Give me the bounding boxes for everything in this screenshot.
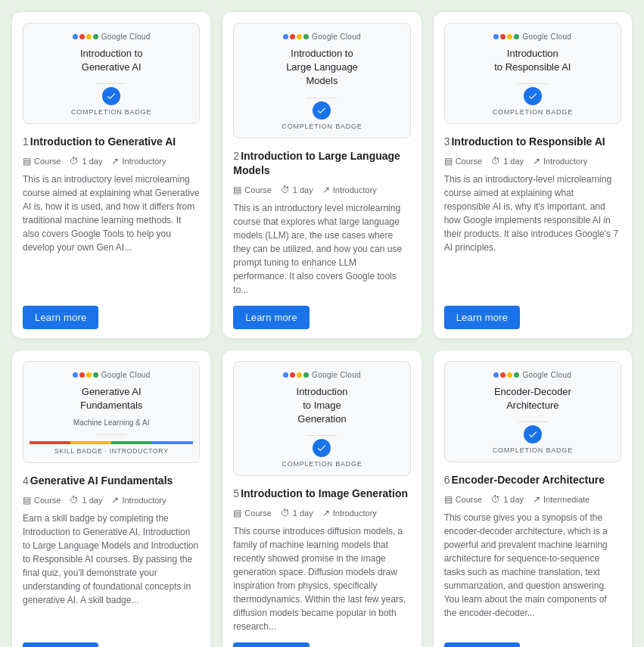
card-number: 6 [444,474,450,486]
card-title: 2Introduction to Large Language Models [233,149,410,179]
learn-more-button[interactable]: Learn More [444,642,520,647]
card-description: This course introduces diffusion models,… [233,524,410,633]
meta-type-label: Course [34,496,61,505]
card-badge: Google Cloud Introductionto Responsible … [444,23,621,124]
card-body: 5Introduction to Image Generation ▤ Cour… [222,484,421,647]
completion-check [313,439,331,457]
google-cloud-logo: Google Cloud [283,371,361,379]
meta-type: ▤ Course [444,156,482,166]
learn-more-button[interactable]: Learn more [23,306,98,329]
completion-check [524,425,542,443]
completion-text: Completion Badge [493,108,573,116]
card-body: 3Introduction to Responsible AI ▤ Course… [434,132,632,337]
meta-duration-label: 1 day [82,496,102,505]
card-meta: ▤ Course ⏱ 1 day ↗ Introductory [233,185,410,195]
course-card-1: Google Cloud Introduction toGenerative A… [12,12,210,338]
level-icon: ↗ [533,156,540,166]
meta-duration: ⏱ 1 day [70,156,102,166]
meta-duration: ⏱ 1 day [281,508,313,518]
course-card-3: Google Cloud Introductionto Responsible … [434,12,632,338]
card-title: 5Introduction to Image Generation [233,487,410,502]
badge-title: Introductionto ImageGeneration [297,385,348,427]
meta-level: ↗ Intermediate [533,494,590,505]
meta-level: ↗ Introductory [111,495,166,505]
card-number: 1 [23,135,29,148]
meta-level: ↗ Introductory [322,508,377,518]
google-cloud-logo: Google Cloud [493,371,571,379]
completion-check [524,87,542,105]
course-grid: Google Cloud Introduction toGenerative A… [12,12,632,647]
meta-level: ↗ Introductory [533,156,587,166]
badge-title: Introduction toGenerative AI [80,47,142,74]
badge-subtitle: Machine Learning & AI [73,418,150,427]
card-description: Earn a skill badge by completing the Int… [23,512,200,633]
meta-duration: ⏱ 1 day [70,495,102,505]
google-cloud-logo: Google Cloud [493,33,571,41]
meta-duration-label: 1 day [82,157,102,166]
learn-more-button[interactable]: Learn more [233,306,309,329]
meta-level-label: Introductory [122,496,166,505]
learn-more-button[interactable]: Learn More [233,642,309,647]
meta-type: ▤ Course [233,508,271,518]
level-icon: ↗ [322,508,330,518]
card-meta: ▤ Course ⏱ 1 day ↗ Introductory [23,156,200,166]
meta-duration-label: 1 day [503,157,524,166]
card-badge: Google Cloud Introductionto ImageGenerat… [233,361,410,477]
meta-type-label: Course [34,157,61,166]
card-title: 6Encoder-Decoder Architecture [444,473,621,488]
completion-text: Completion Badge [71,108,151,116]
meta-type: ▤ Course [23,156,61,166]
meta-type-label: Course [244,185,271,194]
google-cloud-logo: Google Cloud [73,371,151,379]
clock-icon: ⏱ [70,495,79,505]
card-title: 4Generative AI Fundamentals [23,474,200,489]
card-body: 2Introduction to Large Language Models ▤… [222,146,421,338]
course-card-5: Google Cloud Introductionto ImageGenerat… [222,350,421,647]
card-number: 2 [233,150,239,162]
card-body: 6Encoder-Decoder Architecture ▤ Course ⏱… [434,470,632,647]
card-description: This is an introductory level microlearn… [233,201,410,297]
clock-icon: ⏱ [491,156,500,166]
card-body: 4Generative AI Fundamentals ▤ Course ⏱ 1… [12,471,210,647]
course-card-2: Google Cloud Introduction toLarge Langua… [222,12,421,338]
meta-duration: ⏱ 1 day [491,494,524,505]
meta-duration: ⏱ 1 day [491,156,524,166]
card-badge: Google Cloud Encoder-DecoderArchitecture… [444,361,621,462]
level-icon: ↗ [533,494,540,505]
meta-level-label: Introductory [333,185,377,194]
card-title: 3Introduction to Responsible AI [444,135,621,150]
clock-icon: ⏱ [281,185,290,195]
clock-icon: ⏱ [70,156,79,166]
completion-check [313,101,331,120]
learn-more-button[interactable]: Learn more [444,306,520,329]
meta-type-label: Course [244,509,271,518]
completion-text: Completion Badge [493,446,573,454]
course-icon: ▤ [233,508,241,518]
level-icon: ↗ [111,495,119,505]
meta-type: ▤ Course [233,185,271,195]
card-description: This course gives you a synopsis of the … [444,511,621,633]
card-meta: ▤ Course ⏱ 1 day ↗ Introductory [233,508,410,518]
skill-bar-container: SKILL BADGE · INTRODUCTORY [30,441,193,455]
meta-duration-label: 1 day [293,509,313,518]
meta-duration-label: 1 day [503,495,524,504]
meta-type: ▤ Course [444,494,482,505]
card-meta: ▤ Course ⏱ 1 day ↗ Intermediate [444,494,621,505]
card-body: 1Introduction to Generative AI ▤ Course … [12,132,210,337]
card-meta: ▤ Course ⏱ 1 day ↗ Introductory [23,495,200,505]
card-badge: Google Cloud Introduction toLarge Langua… [233,23,410,138]
course-card-6: Google Cloud Encoder-DecoderArchitecture… [434,350,632,647]
card-number: 3 [444,135,450,148]
meta-level-label: Introductory [122,157,166,166]
google-cloud-logo: Google Cloud [283,33,361,41]
meta-type: ▤ Course [23,495,61,505]
card-title: 1Introduction to Generative AI [23,135,200,150]
learn-more-button[interactable]: Learn More [23,642,98,647]
card-badge: Google Cloud Generative AIFundamentals M… [23,361,200,463]
completion-text: Completion Badge [282,123,362,130]
level-icon: ↗ [111,156,119,166]
course-card-4: Google Cloud Generative AIFundamentals M… [12,350,210,647]
badge-title: Introduction toLarge LanguageModels [286,47,358,89]
badge-title: Introductionto Responsible AI [494,47,571,74]
card-description: This is an introductory-level microlearn… [444,173,621,297]
